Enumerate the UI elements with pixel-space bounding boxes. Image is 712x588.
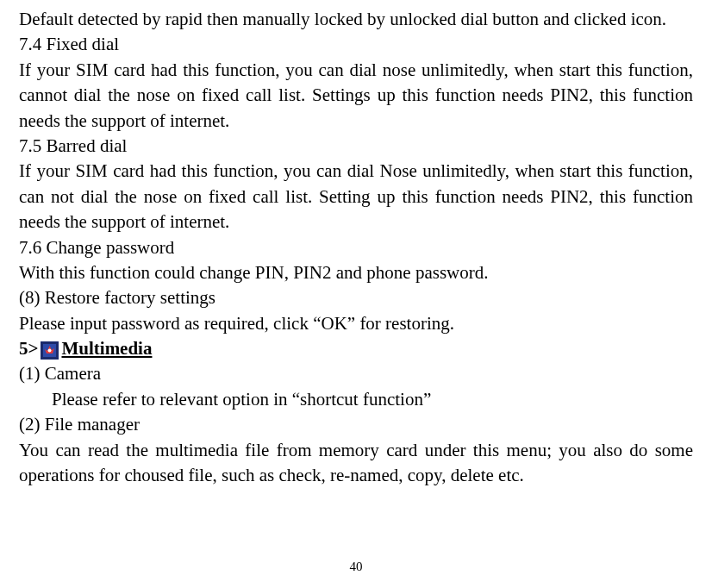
multimedia-icon <box>41 341 59 360</box>
heading-7-5: 7.5 Barred dial <box>19 134 693 159</box>
paragraph-intro: Default detected by rapid then manually … <box>19 7 693 32</box>
heading-8: (8) Restore factory settings <box>19 285 693 310</box>
heading-file-manager: (2) File manager <box>19 412 693 437</box>
paragraph-8: Please input password as required, click… <box>19 311 693 336</box>
heading-5-multimedia: 5> Multimedia <box>19 336 693 361</box>
heading-7-4: 7.4 Fixed dial <box>19 32 693 57</box>
paragraph-camera: Please refer to relevant option in “shor… <box>19 387 693 412</box>
paragraph-7-6: With this function could change PIN, PIN… <box>19 260 693 285</box>
section-5-label: Multimedia <box>61 336 152 361</box>
page-number: 40 <box>0 558 712 576</box>
paragraph-7-4: If your SIM card had this function, you … <box>19 58 693 134</box>
heading-7-6: 7.6 Change password <box>19 235 693 260</box>
paragraph-file-manager: You can read the multimedia file from me… <box>19 438 693 489</box>
section-5-prefix: 5> <box>19 336 38 361</box>
heading-camera: (1) Camera <box>19 361 693 386</box>
svg-point-2 <box>48 349 52 353</box>
paragraph-7-5: If your SIM card had this function, you … <box>19 159 693 235</box>
